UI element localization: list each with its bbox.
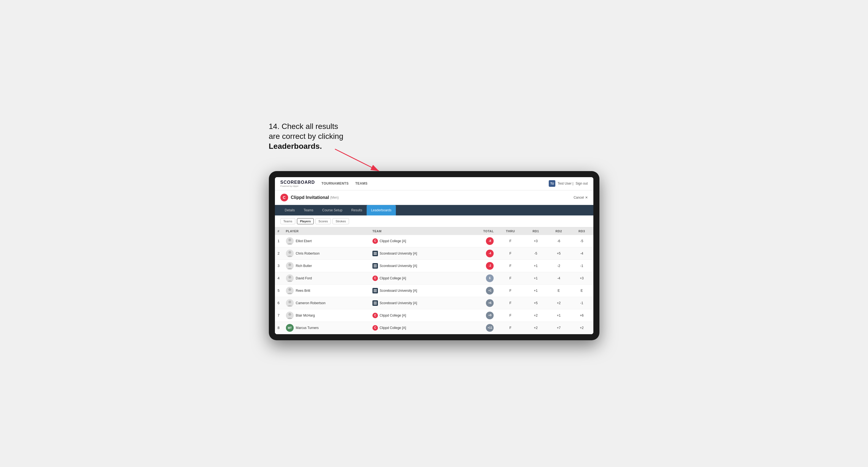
table-header: # PLAYER TEAM TOTAL THRU RD1 RD2 RD3: [275, 227, 593, 235]
tablet-frame: SCOREBOARD Powered by clippd TOURNAMENTS…: [269, 171, 599, 340]
cell-thru: F: [496, 235, 524, 247]
cell-team: CClippd College [A]: [370, 235, 466, 247]
cell-rank: 3: [275, 259, 283, 272]
tournament-title: Clippd Invitational: [291, 195, 329, 200]
cell-thru: F: [496, 247, 524, 259]
filter-players-button[interactable]: Players: [297, 218, 314, 224]
close-icon: ✕: [585, 196, 588, 199]
filter-scores-button[interactable]: Scores: [315, 218, 331, 224]
player-avatar: MT: [286, 324, 293, 332]
team-logo-scoreboard: [372, 263, 378, 269]
tab-leaderboards[interactable]: Leaderboards: [367, 205, 396, 215]
player-avatar: [286, 274, 293, 282]
instruction-line2: are correct by clicking: [269, 132, 343, 141]
team-name: Clippd College [A]: [380, 326, 406, 330]
team-name: Clippd College [A]: [380, 314, 406, 317]
cell-total: -8: [466, 235, 496, 247]
cell-rank: 2: [275, 247, 283, 259]
cell-team: Scoreboard University [A]: [370, 247, 466, 259]
instruction-text: 14. Check all results are correct by cli…: [269, 122, 343, 152]
cell-player: MTMarcus Turners: [283, 321, 370, 334]
nav-teams[interactable]: TEAMS: [355, 181, 368, 187]
cell-team: CClippd College [A]: [370, 272, 466, 284]
player-avatar: [286, 250, 293, 257]
cell-thru: F: [496, 259, 524, 272]
team-logo-clippd: C: [372, 276, 378, 281]
table-row: 5Rees BrittScoreboard University [A]+1F+…: [275, 284, 593, 297]
logo-text: SCOREBOARD: [280, 180, 315, 185]
table-row: 6Cameron RobertsonScoreboard University …: [275, 297, 593, 309]
col-rd1: RD1: [524, 227, 547, 235]
cell-rank: 1: [275, 235, 283, 247]
leaderboard-table: # PLAYER TEAM TOTAL THRU RD1 RD2 RD3 1El…: [275, 227, 593, 334]
powered-by-text: Powered by clippd: [280, 185, 315, 187]
svg-line-0: [335, 149, 379, 171]
cell-rd1: -5: [524, 247, 547, 259]
sign-out-link[interactable]: Sign out: [576, 182, 588, 185]
table-row: 3Rich ButlerScoreboard University [A]-2F…: [275, 259, 593, 272]
player-avatar: [286, 299, 293, 307]
cell-total: -2: [466, 259, 496, 272]
cell-rd2: -6: [547, 235, 570, 247]
cell-rank: 6: [275, 297, 283, 309]
instruction-line3: Leaderboards.: [269, 142, 322, 150]
instruction-line1: 14. Check all results: [269, 122, 338, 131]
total-badge: -2: [486, 262, 494, 270]
player-name: Chris Robertson: [296, 252, 320, 255]
cell-rd3: -1: [570, 259, 593, 272]
nav-user-label: Test User |: [558, 182, 573, 185]
cell-rank: 7: [275, 309, 283, 321]
total-badge: +11: [486, 324, 494, 332]
cell-thru: F: [496, 284, 524, 297]
col-rd3: RD3: [570, 227, 593, 235]
tab-teams[interactable]: Teams: [299, 205, 318, 215]
player-name: Rich Butler: [296, 264, 312, 268]
cell-rd1: +1: [524, 272, 547, 284]
cell-team: CClippd College [A]: [370, 309, 466, 321]
cell-thru: F: [496, 297, 524, 309]
cell-rd2: -4: [547, 272, 570, 284]
svg-point-13: [288, 301, 291, 303]
tab-bar: Details Teams Course Setup Results Leade…: [275, 205, 593, 215]
tab-details[interactable]: Details: [280, 205, 300, 215]
table-row: 1Elliot EbertCClippd College [A]-8F+3-6-…: [275, 235, 593, 247]
table-row: 2Chris RobertsonScoreboard University [A…: [275, 247, 593, 259]
cell-rd2: +2: [547, 297, 570, 309]
player-name: Elliot Ebert: [296, 239, 312, 243]
cell-team: CClippd College [A]: [370, 321, 466, 334]
tab-course-setup[interactable]: Course Setup: [318, 205, 347, 215]
cell-team: Scoreboard University [A]: [370, 284, 466, 297]
cell-total: -4: [466, 247, 496, 259]
player-avatar: [286, 312, 293, 319]
table-row: 8MTMarcus TurnersCClippd College [A]+11F…: [275, 321, 593, 334]
cell-player: Chris Robertson: [283, 247, 370, 259]
nav-right: TU Test User | Sign out: [549, 180, 588, 187]
player-name: Marcus Turners: [296, 326, 319, 330]
tab-results[interactable]: Results: [347, 205, 367, 215]
filter-strokes-button[interactable]: Strokes: [333, 218, 349, 224]
cell-player: Elliot Ebert: [283, 235, 370, 247]
cell-rd2: -2: [547, 259, 570, 272]
cell-player: Blair McHarg: [283, 309, 370, 321]
team-logo-scoreboard: [372, 300, 378, 306]
cell-rd2: +7: [547, 321, 570, 334]
player-name: David Ford: [296, 276, 312, 280]
filter-teams-button[interactable]: Teams: [280, 218, 295, 224]
team-logo-scoreboard: [372, 288, 378, 293]
svg-text:MT: MT: [287, 326, 291, 330]
table-row: 4David FordCClippd College [A]EF+1-4+3: [275, 272, 593, 284]
nav-bar: SCOREBOARD Powered by clippd TOURNAMENTS…: [275, 177, 593, 190]
nav-tournaments[interactable]: TOURNAMENTS: [321, 181, 349, 187]
team-name: Scoreboard University [A]: [380, 289, 417, 292]
total-badge: E: [486, 274, 494, 282]
player-avatar: [286, 237, 293, 245]
team-logo-scoreboard: [372, 251, 378, 256]
table-row: 7Blair McHargCClippd College [A]+9F+2+1+…: [275, 309, 593, 321]
cell-rd1: +1: [524, 284, 547, 297]
svg-point-9: [288, 276, 291, 279]
table-body: 1Elliot EbertCClippd College [A]-8F+3-6-…: [275, 235, 593, 334]
cancel-button[interactable]: Cancel ✕: [574, 196, 588, 199]
total-badge: +6: [486, 299, 494, 307]
cell-rd2: E: [547, 284, 570, 297]
cell-rd3: -5: [570, 235, 593, 247]
